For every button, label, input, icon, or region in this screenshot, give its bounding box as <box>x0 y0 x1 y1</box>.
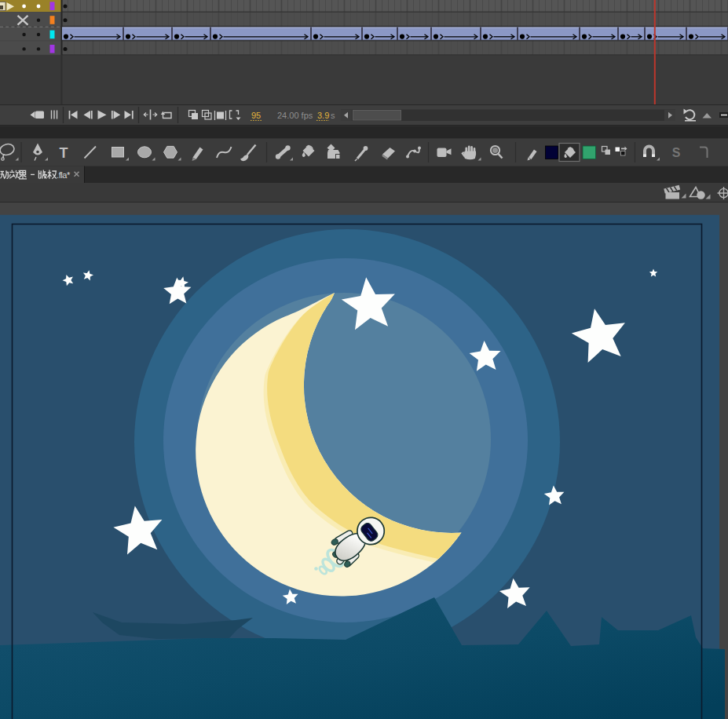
svg-text:S: S <box>672 146 681 159</box>
svg-text:T: T <box>60 145 68 161</box>
svg-text:24.00 fps: 24.00 fps <box>277 111 313 120</box>
svg-text:3.9: 3.9 <box>317 111 329 120</box>
svg-text:s: s <box>331 111 335 120</box>
svg-text:.fla*: .fla* <box>57 170 71 180</box>
svg-text:95: 95 <box>251 111 261 120</box>
